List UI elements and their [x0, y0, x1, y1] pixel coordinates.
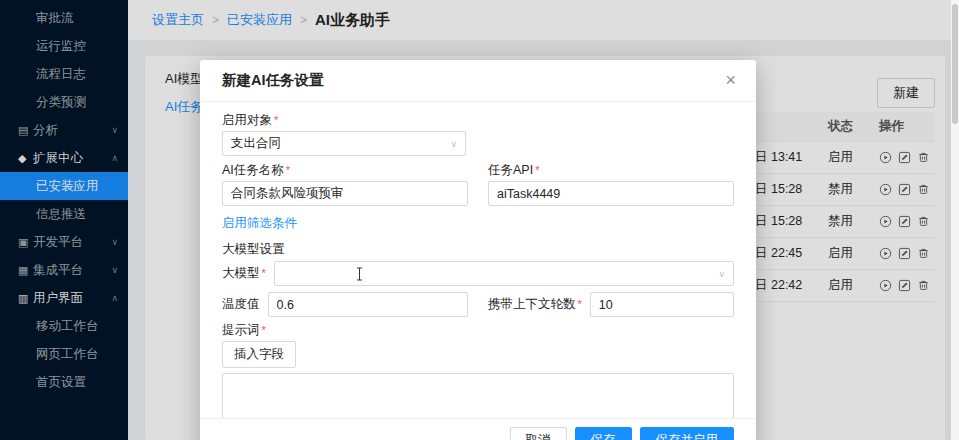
modal-header: 新建AI任务设置 — [200, 60, 756, 102]
cancel-button[interactable]: 取消 — [510, 427, 567, 440]
model-label: 大模型* — [222, 266, 266, 281]
temperature-input[interactable] — [268, 292, 469, 317]
save-button[interactable]: 保存 — [575, 427, 632, 440]
required-mark: * — [578, 298, 582, 310]
task-name-label: AI任务名称* — [222, 163, 468, 178]
required-mark: * — [262, 267, 266, 279]
insert-field-button[interactable]: 插入字段 — [222, 341, 296, 368]
close-icon[interactable]: × — [721, 69, 740, 91]
task-api-label: 任务API* — [488, 163, 734, 178]
required-mark: * — [286, 164, 290, 176]
model-select[interactable]: ∨ — [274, 261, 734, 286]
required-mark: * — [274, 114, 278, 126]
enable-filter-link[interactable]: 启用筛选条件 — [222, 215, 297, 232]
model-section-label: 大模型设置 — [222, 241, 734, 258]
context-rounds-label: 携带上下文轮数* — [488, 297, 582, 312]
enable-target-label: 启用对象* — [222, 113, 734, 128]
required-mark: * — [262, 324, 266, 336]
enable-target-select[interactable]: 支出合同 ∨ — [222, 131, 466, 156]
scrollbar-thumb[interactable] — [952, 4, 958, 124]
app-window: 审批流 运行监控 流程日志 分类预测 ▤ 分析 ∨ ◆ 扩展中心 ∧ 已安装应用… — [0, 0, 959, 440]
task-api-input[interactable] — [488, 181, 734, 206]
prompt-textarea[interactable] — [222, 373, 734, 419]
select-arrow-icon: ∨ — [450, 139, 457, 149]
prompt-label: 提示词* — [222, 323, 734, 338]
new-ai-task-modal: 新建AI任务设置 × 启用对象* 支出合同 ∨ AI任务名称* 任务API* — [200, 60, 756, 440]
modal-body: 启用对象* 支出合同 ∨ AI任务名称* 任务API* 启用筛选条件 大模型设置 — [200, 102, 756, 440]
modal-footer: 取消 保存 保存并启用 — [200, 418, 756, 440]
select-arrow-icon: ∨ — [718, 269, 725, 279]
text-cursor-pointer — [355, 267, 364, 284]
modal-title: 新建AI任务设置 — [222, 71, 324, 90]
save-and-enable-button[interactable]: 保存并启用 — [640, 427, 735, 440]
temperature-label: 温度值 — [222, 297, 260, 312]
window-scrollbar[interactable] — [951, 0, 959, 440]
task-name-input[interactable] — [222, 181, 468, 206]
context-rounds-input[interactable] — [590, 292, 734, 317]
required-mark: * — [535, 164, 539, 176]
